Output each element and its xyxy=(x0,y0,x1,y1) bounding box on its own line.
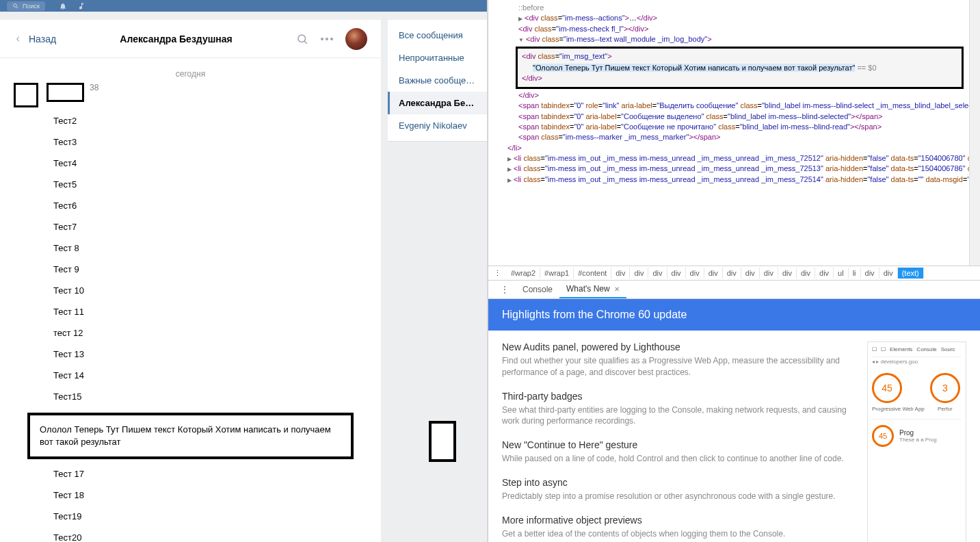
message-text[interactable]: Тест 18 xyxy=(0,487,381,508)
chat-body[interactable]: сегодня 38 Тест2Тест3Тест4Тест5Тест6Тест… xyxy=(0,58,381,542)
sidebar-item[interactable]: Непрочитанные xyxy=(388,47,487,69)
message-text[interactable]: тест 12 xyxy=(0,325,381,346)
message-text[interactable]: Тест2 xyxy=(0,113,381,134)
message-text[interactable]: Тест15 xyxy=(0,389,381,410)
message-text[interactable]: Тест 10 xyxy=(0,283,381,304)
breadcrumb-item[interactable]: div xyxy=(704,268,723,279)
devtools-panel: ::before <div class="im-mess--actions">…… xyxy=(488,0,980,542)
breadcrumb-item[interactable]: div xyxy=(741,268,760,279)
search-icon xyxy=(12,3,19,10)
bell-icon[interactable] xyxy=(59,2,67,10)
redacted-float-box xyxy=(429,421,456,462)
sidebar-item[interactable]: Александра Бездушная xyxy=(388,92,487,114)
dom-breadcrumb[interactable]: ⋮ #wrap2#wrap1#contentdivdivdivdivdivdiv… xyxy=(488,266,980,281)
whatsnew-item[interactable]: New "Continue to Here" gestureWhile paus… xyxy=(502,439,858,465)
tab-console[interactable]: Console xyxy=(516,281,559,298)
back-label: Назад xyxy=(29,34,56,44)
chat-avatar[interactable] xyxy=(345,28,367,50)
breadcrumb-item[interactable]: div xyxy=(879,268,898,279)
message-text[interactable]: Тест 11 xyxy=(0,304,381,325)
message-sender-redacted xyxy=(47,83,84,102)
breadcrumb-item[interactable]: #wrap2 xyxy=(507,268,540,279)
whatsnew-item[interactable]: New Audits panel, powered by LighthouseF… xyxy=(502,341,858,378)
vk-messenger-panel: Поиск Назад Александра Бездушная xyxy=(0,0,488,542)
breadcrumb-item[interactable]: div xyxy=(630,268,648,279)
sidebar-item[interactable]: Важные сообщения xyxy=(388,69,487,92)
search-placeholder: Поиск xyxy=(23,3,40,10)
breadcrumb-item[interactable]: div xyxy=(760,268,778,279)
sidebar-item[interactable]: Все сообщения xyxy=(388,24,487,47)
message-text[interactable]: Тест7 xyxy=(0,219,381,240)
drawer-tabs: ⋮ Console What's New✕ xyxy=(488,281,980,299)
elements-tree[interactable]: ::before <div class="im-mess--actions">…… xyxy=(488,0,969,266)
breadcrumb-item[interactable]: div xyxy=(778,268,797,279)
breadcrumb-item[interactable]: li xyxy=(849,268,861,279)
message-text[interactable]: Тест 17 xyxy=(0,466,381,487)
close-icon[interactable]: ✕ xyxy=(614,285,620,293)
message-text[interactable]: Тест 13 xyxy=(0,346,381,367)
svg-line-1 xyxy=(304,41,307,44)
breadcrumb-item[interactable]: div xyxy=(723,268,741,279)
conversations-sidebar: Все сообщенияНепрочитанныеВажные сообщен… xyxy=(388,20,487,542)
message-text[interactable]: Тест3 xyxy=(0,134,381,155)
selected-element-highlight[interactable]: <div class="im_msg_text"> "Ололол Теперь… xyxy=(516,47,964,89)
breadcrumb-item[interactable]: div xyxy=(667,268,686,279)
message-time: 38 xyxy=(90,83,98,92)
highlighted-message[interactable]: Ололол Теперь Тут Пишем текст Который Хо… xyxy=(27,413,354,459)
search-input[interactable]: Поиск xyxy=(7,1,45,11)
whatsnew-item[interactable]: Step into asyncPredictably step into a p… xyxy=(502,477,858,502)
breadcrumb-item[interactable]: div xyxy=(797,268,815,279)
chat-column: Назад Александра Бездушная сегодня 38 Те… xyxy=(0,20,381,542)
whatsnew-banner: Highlights from the Chrome 60 update xyxy=(488,299,980,331)
message-text[interactable]: Тест4 xyxy=(0,155,381,177)
message-text[interactable]: Тест 8 xyxy=(0,240,381,261)
message-avatar-redacted xyxy=(14,83,38,107)
message-text[interactable]: Тест 9 xyxy=(0,261,381,283)
breadcrumb-item[interactable]: #content xyxy=(574,268,611,279)
message-text[interactable]: Тест6 xyxy=(0,198,381,219)
breadcrumb-item[interactable]: #wrap1 xyxy=(540,268,574,279)
whatsnew-panel[interactable]: Highlights from the Chrome 60 update New… xyxy=(488,299,980,542)
date-separator: сегодня xyxy=(0,65,381,83)
message-text[interactable]: Тест20 xyxy=(0,530,381,542)
whatsnew-item[interactable]: More informative object previewsGet a be… xyxy=(502,515,858,540)
breadcrumb-item[interactable]: ul xyxy=(834,268,849,279)
chat-header: Назад Александра Бездушная xyxy=(0,20,381,58)
breadcrumb-item[interactable]: div xyxy=(861,268,879,279)
breadcrumb-item[interactable]: div xyxy=(815,268,834,279)
message-text[interactable]: Тест 14 xyxy=(0,367,381,389)
drawer-menu-icon[interactable]: ⋮ xyxy=(494,285,516,294)
breadcrumb-item[interactable]: (text) xyxy=(898,268,924,279)
message-header: 38 xyxy=(0,83,381,107)
message-text[interactable]: Тест5 xyxy=(0,177,381,198)
breadcrumb-item[interactable]: div xyxy=(686,268,704,279)
chevron-left-icon xyxy=(14,35,22,43)
elements-scrollbar[interactable] xyxy=(969,0,980,266)
music-icon[interactable] xyxy=(77,2,85,10)
breadcrumb-item[interactable]: div xyxy=(648,268,667,279)
breadcrumb-item[interactable]: div xyxy=(611,268,630,279)
back-button[interactable]: Назад xyxy=(14,34,56,44)
search-chat-icon[interactable] xyxy=(296,33,308,45)
whatsnew-preview: ☐☐ Elements Console Sourc ◂ ▸ developers… xyxy=(867,341,966,542)
message-text[interactable]: Тест19 xyxy=(0,508,381,530)
svg-point-0 xyxy=(298,35,306,42)
more-menu-button[interactable] xyxy=(321,38,333,40)
chat-title[interactable]: Александра Бездушная xyxy=(56,34,296,44)
vk-topbar: Поиск xyxy=(0,0,487,12)
tab-whatsnew[interactable]: What's New✕ xyxy=(559,281,626,298)
breadcrumb-overflow[interactable]: ⋮ xyxy=(488,269,507,278)
whatsnew-item[interactable]: Third-party badgesSee what third-party e… xyxy=(502,391,858,428)
sidebar-item[interactable]: Evgeniy Nikolaev xyxy=(388,114,487,137)
